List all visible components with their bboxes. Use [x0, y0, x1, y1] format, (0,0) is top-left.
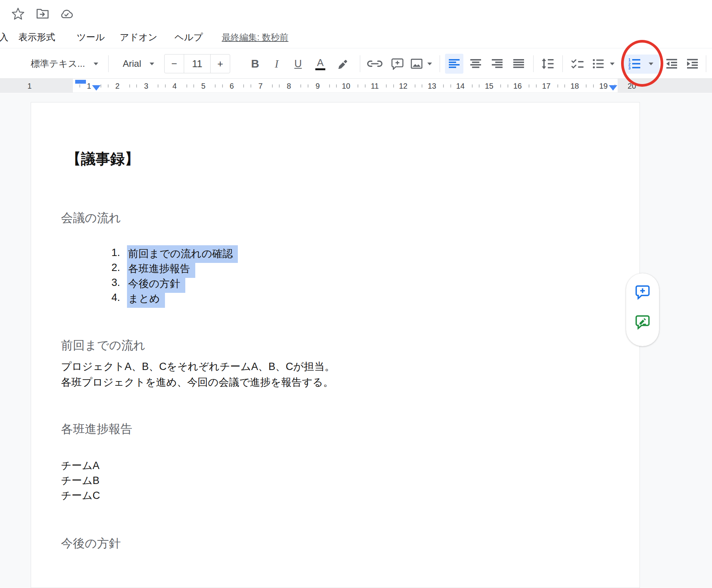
- body-line[interactable]: 各班プロジェクトを進め、今回の会議で進捗を報告する。: [61, 375, 333, 389]
- menu-tools[interactable]: ツール: [77, 31, 105, 44]
- increase-indent-button[interactable]: [683, 54, 702, 74]
- menu-help[interactable]: ヘルプ: [175, 31, 203, 44]
- ruler-number: 11: [369, 81, 381, 91]
- list-number[interactable]: 4.: [103, 292, 120, 304]
- font-family-arrow-icon[interactable]: [147, 54, 157, 74]
- paragraph-style-arrow-icon[interactable]: [91, 54, 101, 74]
- cloud-saved-icon[interactable]: [58, 5, 74, 21]
- decrease-font-size-button[interactable]: −: [165, 55, 184, 73]
- toolbar-divider: [108, 55, 109, 72]
- ruler-number: 9: [312, 81, 323, 91]
- bold-button[interactable]: B: [246, 54, 265, 74]
- text-color-swatch: [315, 68, 325, 70]
- ruler-number: 5: [198, 81, 209, 91]
- formatting-toolbar: 標準テキス... Arial − 11 + B I U A: [0, 48, 712, 79]
- ruler-number: 18: [569, 81, 580, 91]
- menu-format[interactable]: 表示形式: [18, 31, 55, 44]
- first-line-indent-marker[interactable]: [75, 80, 86, 84]
- document-canvas: 【議事録】 会議の流れ 1. 前回までの流れの確認 2. 各班進捗報告 3. 今…: [0, 93, 712, 588]
- add-comment-icon[interactable]: [387, 54, 407, 74]
- team-line[interactable]: チームC: [61, 489, 100, 502]
- app-header: 入 表示形式 ツール アドオン ヘルプ 最終編集: 数秒前: [0, 0, 712, 48]
- ruler-number: 15: [483, 81, 495, 91]
- align-left-button[interactable]: [445, 54, 463, 74]
- text-color-button[interactable]: A: [311, 54, 330, 74]
- checklist-button[interactable]: [567, 54, 588, 74]
- menu-bar: 入 表示形式 ツール アドオン ヘルプ 最終編集: 数秒前: [0, 31, 712, 45]
- add-comment-fab-icon[interactable]: [634, 283, 651, 300]
- suggest-edit-fab-icon[interactable]: [634, 313, 651, 330]
- document-page[interactable]: 【議事録】 会議の流れ 1. 前回までの流れの確認 2. 各班進捗報告 3. 今…: [31, 102, 640, 588]
- menu-insert-partial[interactable]: 入: [0, 31, 8, 44]
- list-number[interactable]: 1.: [103, 247, 120, 259]
- heading-report[interactable]: 各班進捗報告: [61, 421, 132, 437]
- last-edit-link[interactable]: 最終編集: 数秒前: [222, 31, 288, 44]
- move-folder-icon[interactable]: [35, 5, 51, 21]
- body-line[interactable]: プロジェクトA、B、CをそれぞれチームA、B、Cが担当。: [61, 360, 335, 373]
- ruler-number: 4: [169, 81, 180, 91]
- toolbar-divider: [440, 55, 440, 72]
- ruler-number: 3: [140, 81, 152, 91]
- left-indent-marker[interactable]: [92, 85, 101, 91]
- paragraph-style-value: 標準テキス...: [31, 58, 85, 70]
- ruler-number: 2: [112, 81, 123, 91]
- ruler-number: 16: [512, 81, 523, 91]
- font-family-select[interactable]: Arial: [123, 54, 169, 74]
- ruler-left-margin: [0, 79, 73, 93]
- ruler-number: 14: [455, 81, 466, 91]
- comment-action-pill: [626, 273, 659, 346]
- toolbar-divider: [562, 55, 563, 72]
- increase-font-size-button[interactable]: +: [211, 55, 230, 73]
- list-number[interactable]: 2.: [103, 262, 120, 274]
- ruler-number: 8: [283, 81, 295, 91]
- heading-next[interactable]: 今後の方針: [61, 535, 121, 552]
- italic-button[interactable]: I: [267, 54, 286, 74]
- ruler-number: 6: [226, 81, 237, 91]
- insert-image-arrow-icon[interactable]: [425, 54, 434, 74]
- align-center-button[interactable]: [466, 54, 485, 74]
- highlight-color-button[interactable]: [333, 54, 353, 74]
- underline-button[interactable]: U: [288, 54, 308, 74]
- list-number[interactable]: 3.: [103, 277, 120, 289]
- insert-link-icon[interactable]: [364, 54, 386, 74]
- toolbar-divider: [533, 55, 534, 72]
- team-line[interactable]: チームA: [61, 459, 99, 472]
- decrease-indent-button[interactable]: [662, 54, 681, 74]
- doc-title[interactable]: 【議事録】: [66, 149, 139, 169]
- font-size-group: − 11 +: [164, 54, 230, 73]
- annotation-red-circle: [621, 40, 663, 87]
- horizontal-ruler: 1 1 2 3 4 5 6 7 8 9 10 11 12 13 14 15 16…: [0, 79, 712, 93]
- heading-previous[interactable]: 前回までの流れ: [61, 337, 145, 353]
- font-size-value[interactable]: 11: [184, 55, 211, 73]
- line-spacing-icon[interactable]: [537, 54, 558, 74]
- ruler-number: 12: [397, 81, 409, 91]
- ruler-number: 13: [426, 81, 438, 91]
- ruler-number: 1: [24, 81, 35, 91]
- star-icon[interactable]: [10, 5, 26, 21]
- right-indent-marker[interactable]: [609, 85, 617, 91]
- ruler-number: 17: [541, 81, 552, 91]
- ruler-number: 19: [598, 81, 609, 91]
- toolbar-divider: [360, 55, 360, 72]
- menu-addons[interactable]: アドオン: [120, 31, 157, 44]
- insert-image-icon[interactable]: [407, 54, 426, 74]
- ruler-number: 10: [340, 81, 352, 91]
- team-line[interactable]: チームB: [61, 474, 99, 487]
- align-right-button[interactable]: [488, 54, 506, 74]
- heading-agenda[interactable]: 会議の流れ: [61, 210, 121, 226]
- paragraph-style-select[interactable]: 標準テキス...: [31, 54, 88, 74]
- ruler-number: 7: [255, 81, 266, 91]
- toolbar-divider: [706, 55, 706, 72]
- font-family-value: Arial: [123, 58, 141, 69]
- justify-button[interactable]: [509, 54, 528, 74]
- bulleted-list-arrow-icon[interactable]: [608, 54, 617, 74]
- list-item-selected[interactable]: まとめ: [127, 290, 165, 308]
- bulleted-list-button[interactable]: [589, 54, 607, 74]
